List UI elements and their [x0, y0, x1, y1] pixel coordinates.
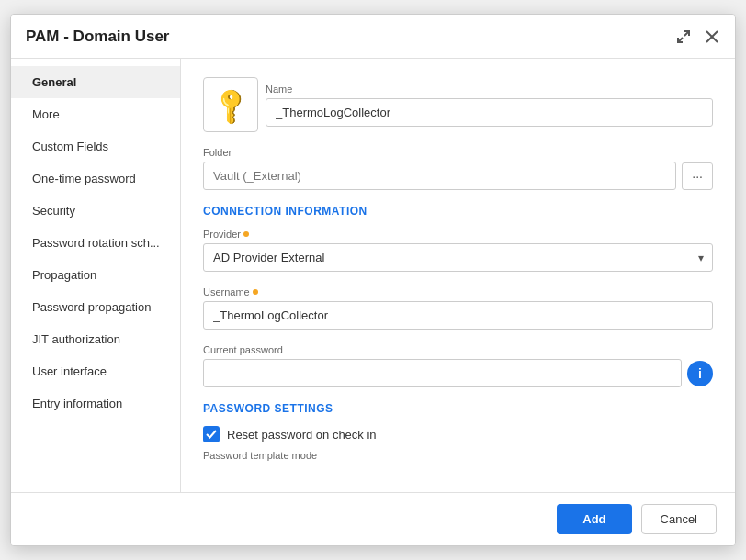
sidebar-item-general[interactable]: General	[11, 66, 180, 98]
current-password-input[interactable]	[203, 359, 682, 387]
sidebar-item-one-time-password[interactable]: One-time password	[11, 162, 180, 195]
title-bar: PAM - Domain User	[11, 15, 735, 59]
name-input[interactable]	[266, 98, 713, 127]
sidebar-item-password-rotation[interactable]: Password rotation sch...	[11, 227, 180, 259]
provider-select[interactable]: AD Provider External	[203, 243, 713, 272]
current-password-label: Current password	[203, 344, 713, 355]
provider-group: Provider AD Provider External ▾	[203, 229, 713, 272]
add-button[interactable]: Add	[557, 504, 631, 534]
main-content: 🔑 Name Folder ··· CONNECTION INFORMAT	[181, 59, 735, 492]
sidebar-item-user-interface[interactable]: User interface	[11, 355, 180, 387]
password-settings-heading: PASSWORD SETTINGS	[203, 402, 713, 415]
password-row: i	[203, 359, 713, 387]
sidebar: General More Custom Fields One-time pass…	[11, 59, 181, 492]
folder-input[interactable]	[203, 162, 676, 190]
folder-row: ···	[203, 162, 713, 190]
folder-label: Folder	[203, 147, 713, 158]
key-icon: 🔑	[209, 83, 253, 127]
username-required-dot	[253, 289, 258, 295]
folder-group: Folder ···	[203, 147, 713, 190]
sidebar-item-jit-authorization[interactable]: JIT authorization	[11, 323, 180, 355]
dialog-footer: Add Cancel	[11, 492, 735, 545]
sidebar-item-custom-fields[interactable]: Custom Fields	[11, 130, 180, 162]
expand-button[interactable]	[674, 28, 693, 46]
provider-label: Provider	[203, 229, 713, 240]
entry-icon-box: 🔑	[203, 77, 258, 132]
name-field-wrapper: Name	[266, 84, 713, 127]
dialog-title: PAM - Domain User	[26, 28, 170, 46]
sidebar-item-propagation[interactable]: Propagation	[11, 259, 180, 291]
dialog: PAM - Domain User General	[10, 14, 736, 546]
dialog-body: General More Custom Fields One-time pass…	[11, 59, 735, 492]
reset-password-label: Reset password on check in	[227, 428, 377, 442]
folder-ellipsis-button[interactable]: ···	[682, 162, 713, 190]
cancel-button[interactable]: Cancel	[641, 504, 717, 534]
reset-password-checkbox[interactable]	[203, 426, 220, 442]
sidebar-item-security[interactable]: Security	[11, 195, 180, 227]
provider-required-dot	[243, 231, 249, 237]
title-actions	[674, 28, 720, 46]
sidebar-item-more[interactable]: More	[11, 98, 180, 130]
username-group: Username	[203, 286, 713, 330]
sidebar-item-password-propagation[interactable]: Password propagation	[11, 291, 180, 323]
provider-select-wrapper: AD Provider External ▾	[203, 243, 713, 272]
password-template-mode-label: Password template mode	[203, 450, 713, 461]
reset-password-row: Reset password on check in	[203, 426, 713, 442]
password-info-button[interactable]: i	[687, 361, 713, 386]
username-label: Username	[203, 286, 713, 297]
connection-info-heading: CONNECTION INFORMATION	[203, 205, 713, 218]
name-label: Name	[266, 84, 713, 95]
name-row: 🔑 Name	[203, 77, 713, 132]
close-button[interactable]	[704, 28, 720, 45]
username-input[interactable]	[203, 301, 713, 330]
sidebar-item-entry-information[interactable]: Entry information	[11, 387, 180, 420]
current-password-group: Current password i	[203, 344, 713, 387]
